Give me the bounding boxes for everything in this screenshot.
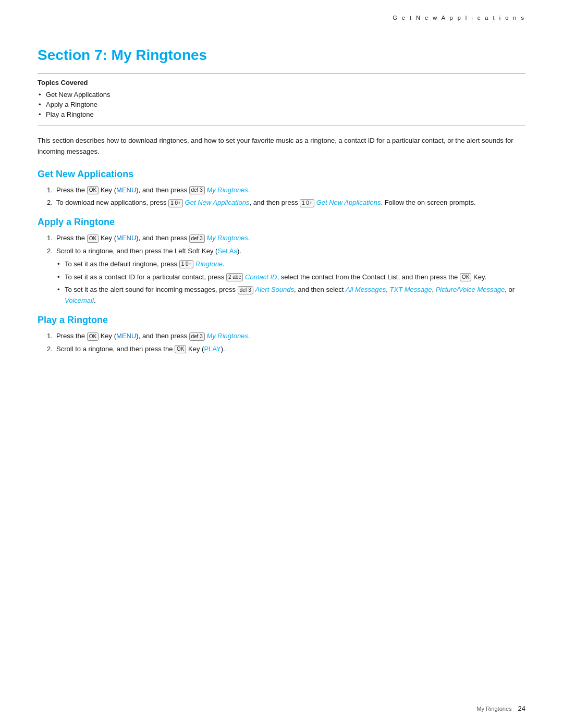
step-text: Press the OK Key (MENU), and then press … [56,234,250,242]
my-ringtones-link-2: My Ringtones [206,234,248,242]
step-text: Scroll to a ringtone, and then press the… [56,345,225,353]
ringtone-link: Ringtone [195,260,223,268]
subsection-get-new-applications: Get New Applications 1. Press the OK Key… [38,169,525,209]
step-num: 1. [47,186,54,194]
play-ringtone-step-2: 2. Scroll to a ringtone, and then press … [38,344,525,355]
ok-key-1: OK [87,186,99,194]
subsection-title-get-new-applications: Get New Applications [38,169,525,180]
page-container: G e t N e w A p p l i c a t i o n s Sect… [0,0,563,728]
apply-ringtone-bullets: To set it as the default ringtone, press… [56,259,525,306]
def3-key-4: def 3 [189,332,205,341]
step-text: To download new applications, press 1 0+… [56,199,476,206]
voicemail-link: Voicemail [65,297,94,304]
1op-key-2: 1 0+ [300,199,314,207]
header-right: G e t N e w A p p l i c a t i o n s [393,15,525,21]
apply-ringtone-step-1: 1. Press the OK Key (MENU), and then pre… [38,233,525,244]
ok-key-3: OK [460,273,471,281]
get-new-apps-link-1: Get New Applications [185,199,250,206]
topics-covered: Topics Covered Get New Applications Appl… [38,73,525,126]
section-title: Section 7: My Ringtones [38,47,525,64]
topics-list: Get New Applications Apply a Ringtone Pl… [38,90,525,119]
menu-text-1: MENU [116,186,136,194]
txt-message-link: TXT Message [390,286,432,293]
step-text: Scroll to a ringtone, and then press the… [56,247,241,255]
intro-text: This section describes how to download r… [38,135,525,157]
2abc-key: 2 abc [226,273,243,281]
def3-key-3: def 3 [238,286,253,294]
ok-key-5: OK [175,345,186,353]
play-ringtone-step-1: 1. Press the OK Key (MENU), and then pre… [38,331,525,342]
alert-sounds-link: Alert Sounds [255,286,294,293]
step-num: 2. [47,345,54,353]
1op-key-1: 1 0+ [168,199,183,207]
my-ringtones-link-3: My Ringtones [206,332,248,340]
footer-section-label: My Ringtones [476,706,511,712]
get-new-apps-list: 1. Press the OK Key (MENU), and then pre… [38,185,525,209]
set-as-text: Set As [217,247,237,255]
play-text: PLAY [204,345,221,353]
step-num: 2. [47,247,54,255]
my-ringtones-link-1: My Ringtones [206,186,248,194]
subsection-title-play-ringtone: Play a Ringtone [38,315,525,326]
topics-covered-label: Topics Covered [38,79,525,87]
get-new-apps-link-2: Get New Applications [316,199,381,206]
ok-key-4: OK [87,332,99,341]
topic-item-1: Get New Applications [38,90,525,100]
bullet-ringtone-default: To set it as the default ringtone, press… [56,259,525,270]
header-right-text: G e t N e w A p p l i c a t i o n s [393,15,525,21]
def3-key-2: def 3 [189,235,205,243]
step-text: Press the OK Key (MENU), and then press … [56,332,250,340]
step-num: 2. [47,199,54,206]
all-messages-link: All Messages [346,286,386,293]
menu-text-2: MENU [116,234,136,242]
step-num: 1. [47,234,54,242]
get-new-apps-step-1: 1. Press the OK Key (MENU), and then pre… [38,185,525,196]
step-num: 1. [47,332,54,340]
subsection-apply-ringtone: Apply a Ringtone 1. Press the OK Key (ME… [38,217,525,306]
menu-text-3: MENU [116,332,136,340]
bullet-contact-id: To set it as a contact ID for a particul… [56,272,525,283]
topic-item-3: Play a Ringtone [38,109,525,119]
subsection-play-ringtone: Play a Ringtone 1. Press the OK Key (MEN… [38,315,525,355]
1op-key-3: 1 0+ [179,260,194,268]
apply-ringtone-step-2: 2. Scroll to a ringtone, and then press … [38,246,525,306]
def3-key-1: def 3 [189,186,205,194]
contact-id-link: Contact ID [245,273,277,281]
bullet-alert-sounds: To set it as the alert sound for incomin… [56,285,525,306]
picture-voice-message-link: Picture/Voice Message [436,286,505,293]
footer-page-number: 24 [518,705,525,712]
get-new-apps-step-2: 2. To download new applications, press 1… [38,198,525,208]
footer: My Ringtones 24 [476,705,525,712]
apply-ringtone-list: 1. Press the OK Key (MENU), and then pre… [38,233,525,306]
play-ringtone-list: 1. Press the OK Key (MENU), and then pre… [38,331,525,355]
subsection-title-apply-ringtone: Apply a Ringtone [38,217,525,228]
ok-key-2: OK [87,235,99,243]
step-text: Press the OK Key (MENU), and then press … [56,186,250,194]
topic-item-2: Apply a Ringtone [38,100,525,109]
